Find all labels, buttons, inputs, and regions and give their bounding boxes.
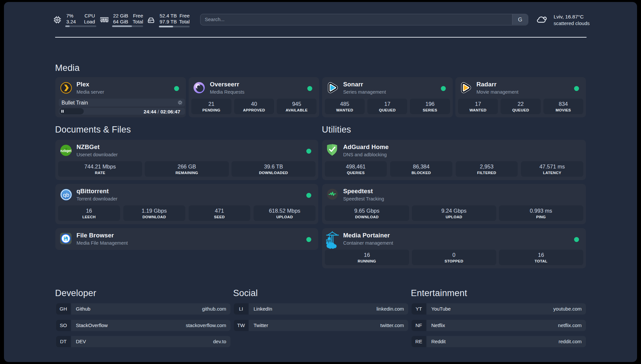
svg-text:nzbget: nzbget [60,149,72,153]
svg-text:qb: qb [63,192,69,198]
